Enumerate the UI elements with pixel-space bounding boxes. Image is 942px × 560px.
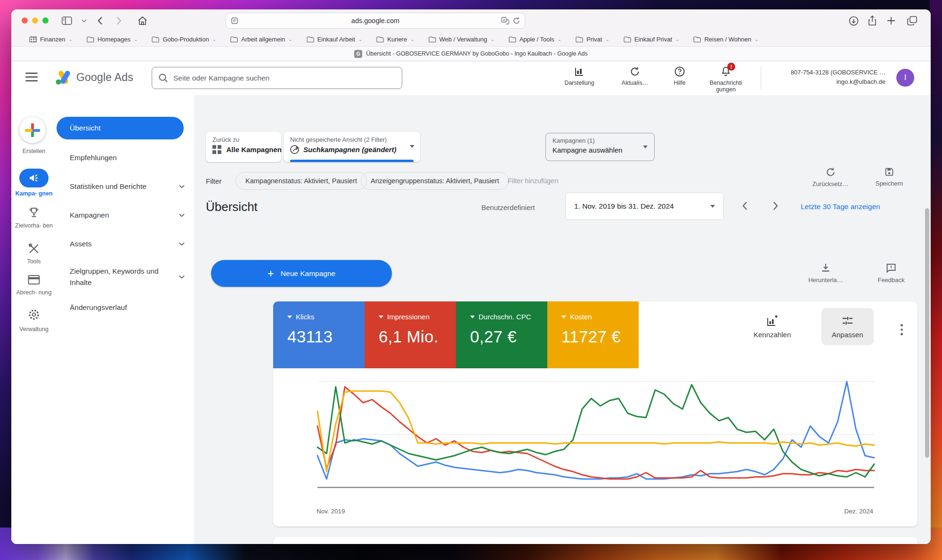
prev-period-button[interactable] <box>737 198 753 214</box>
bookmark-folder-kuriere[interactable]: Kuriere⌄ <box>376 36 414 43</box>
chevron-down-icon <box>179 213 185 217</box>
bookmark-folder-arbeit-allgemein[interactable]: Arbeit allgemein⌄ <box>230 36 292 43</box>
sidebar-item-uebersicht[interactable]: Übersicht <box>57 117 184 139</box>
billing-card-icon[interactable] <box>27 274 41 287</box>
sidebar-item-assets[interactable]: Assets <box>70 240 185 248</box>
filter-chip-anzeigengruppenstatus[interactable]: Anzeigengruppenstatus: Aktiviert, Pausie… <box>361 172 509 190</box>
new-tab-button[interactable] <box>884 13 899 28</box>
filter-chip-kampagnenstatus[interactable]: Kampagnenstatus: Aktiviert, Pausiert <box>236 172 367 190</box>
bookmark-folder-apple-tools[interactable]: Apple / Tools⌄ <box>509 36 562 43</box>
new-campaign-button[interactable]: + Neue Kampagne <box>211 260 392 287</box>
notifications-button[interactable]: ! Benachrichti gungen <box>700 66 752 93</box>
home-button[interactable] <box>135 13 150 28</box>
app-search-box[interactable] <box>152 67 402 89</box>
sidebar-toggle-icon[interactable] <box>59 13 74 28</box>
appearance-button[interactable]: Darstellung <box>553 66 605 86</box>
page-title: Übersicht <box>206 200 258 214</box>
bookmark-folder-einkauf-privat[interactable]: Einkauf Privat⌄ <box>624 36 680 43</box>
add-filter-button[interactable]: Filter hinzufügen <box>508 177 558 185</box>
sidebar-item-statistiken[interactable]: Statistiken und Berichte <box>70 182 185 191</box>
sidebar-item-kampagnen[interactable]: Kampagnen <box>70 211 185 219</box>
avatar[interactable]: I <box>896 69 914 87</box>
minimize-window-button[interactable] <box>32 17 38 24</box>
header-divider <box>761 67 761 89</box>
downloads-button[interactable] <box>846 13 861 28</box>
google-ads-app: Google Ads Darstellung Aktualis… Hilfe <box>11 61 931 544</box>
rail-item-abrechnung-label[interactable]: Abrech- nung <box>11 289 57 297</box>
plus-icon: + <box>268 268 274 279</box>
overview-chart[interactable] <box>316 372 876 504</box>
forward-button[interactable] <box>111 13 126 28</box>
next-period-button[interactable] <box>768 198 784 214</box>
reset-button[interactable]: Zurücksetz… <box>804 167 856 187</box>
campaign-select[interactable]: Kampagnen (1) Kampagne auswählen <box>545 133 655 161</box>
reload-icon[interactable] <box>513 17 520 24</box>
bookmark-folder-gobo-produktion[interactable]: Gobo-Produktion⌄ <box>152 36 216 43</box>
bookmark-folder-homepages[interactable]: Homepages⌄ <box>87 36 138 43</box>
rail-item-erstellen-label[interactable]: Erstellen <box>11 148 57 155</box>
metric-card-impressionen[interactable]: Impressionen 6,1 Mio. <box>365 301 456 368</box>
sidebar-chevron-icon[interactable] <box>76 13 91 28</box>
google-ads-logo: Google Ads <box>55 69 133 85</box>
tab-bar[interactable]: G Übersicht - GOBOSERVICE GERMANY by Gob… <box>11 46 931 61</box>
customize-tab-button[interactable]: Anpassen <box>821 308 874 345</box>
bookmark-folder-reisen-wohnen[interactable]: Reisen / Wohnen⌄ <box>693 36 758 43</box>
download-button[interactable]: Herunterla… <box>800 262 852 284</box>
metric-dropdown-icon <box>287 316 292 318</box>
svg-text:A: A <box>503 18 505 22</box>
app-header: Google Ads Darstellung Aktualis… Hilfe <box>11 61 931 95</box>
sidebar-item-zielgruppen[interactable]: Zielgruppen, Keywords und Inhalte <box>70 266 185 288</box>
last-30-days-link[interactable]: Letzte 30 Tage anzeigen <box>801 203 880 211</box>
share-button[interactable] <box>865 13 880 28</box>
bookmark-folder-einkauf-arbeit[interactable]: Einkauf Arbeit⌄ <box>307 36 363 43</box>
admin-gear-icon[interactable] <box>27 308 41 321</box>
bookmark-grid-icon[interactable] <box>30 36 38 42</box>
megaphone-icon <box>28 173 40 183</box>
rail-item-kampagnen[interactable] <box>19 169 49 187</box>
menu-icon[interactable] <box>25 73 38 82</box>
search-input[interactable] <box>173 74 395 82</box>
scrollbar-thumb[interactable] <box>925 208 929 458</box>
back-button[interactable] <box>92 13 107 28</box>
back-to-all-campaigns-card[interactable]: Zurück zu Alle Kampagnen <box>206 132 281 162</box>
help-button[interactable]: Hilfe <box>654 66 706 86</box>
rail-item-kampagnen-label[interactable]: Kampa- gnen <box>11 190 57 198</box>
tools-icon[interactable] <box>27 242 41 255</box>
refresh-icon <box>629 66 641 77</box>
metric-card-kosten[interactable]: Kosten 11727 € <box>547 301 639 368</box>
address-bar[interactable]: ads.google.com A <box>226 13 525 29</box>
view-selector-card[interactable]: Nicht gespeicherte Ansicht (2 Filter) Su… <box>284 132 420 162</box>
sidebar-item-empfehlungen[interactable]: Empfehlungen <box>70 154 185 162</box>
metric-card-klicks[interactable]: Klicks 43113 <box>273 301 365 368</box>
chart-line-durchschn-cpc <box>317 385 874 477</box>
page-settings-icon[interactable] <box>231 17 238 24</box>
rail-item-verwaltung-label[interactable]: Verwaltung <box>11 326 57 333</box>
rail-item-zielvorhaben-label[interactable]: Zielvorha- ben <box>11 222 57 230</box>
goals-trophy-icon[interactable] <box>27 206 41 219</box>
search-icon <box>159 73 168 82</box>
date-range-select[interactable]: 1. Nov. 2019 bis 31. Dez. 2024 <box>565 193 724 220</box>
rail-item-tools-label[interactable]: Tools <box>11 258 57 266</box>
metrics-tab-button[interactable]: Kennzahlen <box>754 315 791 339</box>
save-button[interactable]: Speichern <box>867 167 912 187</box>
more-options-button[interactable] <box>901 324 902 338</box>
account-info[interactable]: 807-754-3128 (GOBOSERVICE … ingo.k@ulbac… <box>791 68 885 87</box>
refresh-button[interactable]: Aktualis… <box>609 66 661 86</box>
feedback-button[interactable]: Feedback <box>869 262 914 284</box>
bookmark-folder-privat[interactable]: Privat⌄ <box>576 36 609 43</box>
sidebar-item-aenderungsverlauf[interactable]: Änderungsverlauf <box>70 303 185 312</box>
sliders-icon <box>841 315 854 327</box>
translate-icon[interactable]: A <box>501 17 509 24</box>
chevron-down-icon: ⌄ <box>134 37 138 42</box>
chevron-down-icon: ⌄ <box>490 37 494 42</box>
url-text[interactable]: ads.google.com <box>226 17 525 24</box>
create-button[interactable] <box>19 117 46 143</box>
close-window-button[interactable] <box>22 17 28 24</box>
tab-favicon: G <box>354 50 362 58</box>
chart-line-klicks <box>317 381 874 479</box>
bookmark-folder-web-verwaltung[interactable]: Web / Verwaltung⌄ <box>429 36 495 43</box>
tab-overview-button[interactable] <box>904 13 919 28</box>
help-icon <box>674 66 685 77</box>
metric-card-cpc[interactable]: Durchschn. CPC 0,27 € <box>456 301 547 368</box>
zoom-window-button[interactable] <box>42 17 49 24</box>
